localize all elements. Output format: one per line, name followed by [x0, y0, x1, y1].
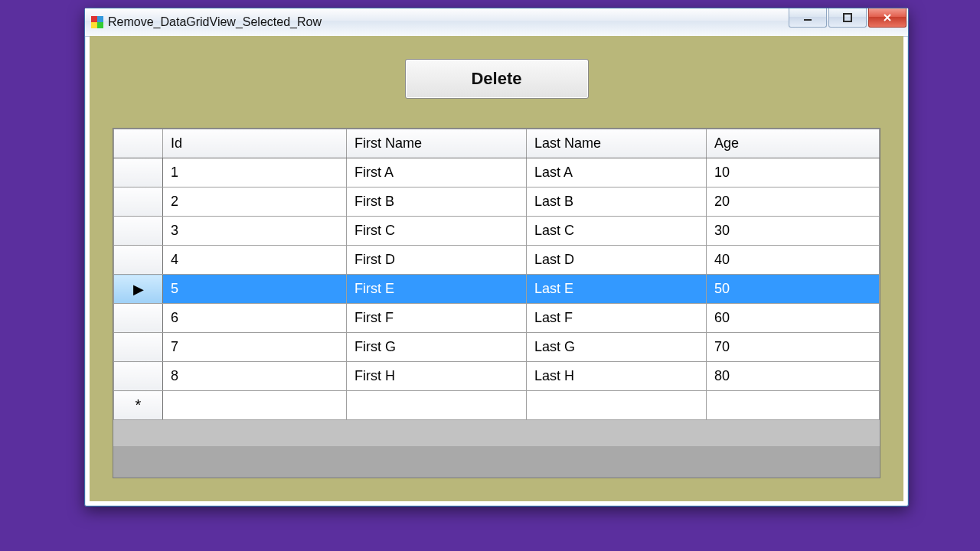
cell-age[interactable]: 50 [707, 275, 880, 304]
new-row-star-icon: * [136, 396, 142, 413]
row-pointer-icon: ▶ [133, 281, 144, 298]
cell-id[interactable]: 2 [163, 187, 347, 217]
cell-first[interactable]: First B [347, 187, 527, 217]
new-row-cell[interactable] [163, 391, 347, 420]
cell-id[interactable]: 3 [163, 217, 347, 246]
cell-first[interactable]: First H [347, 362, 527, 391]
cell-age[interactable]: 20 [707, 187, 880, 217]
table-row[interactable]: ▶6First FLast F60 [114, 304, 880, 333]
new-row-header[interactable]: * [114, 391, 163, 420]
column-header-id[interactable]: Id [163, 129, 347, 158]
cell-age[interactable]: 10 [707, 158, 880, 187]
minimize-button[interactable] [789, 8, 827, 28]
cell-last[interactable]: Last H [527, 362, 707, 391]
table-row[interactable]: ▶8First HLast H80 [114, 362, 880, 391]
cell-id[interactable]: 7 [163, 333, 347, 362]
client-area: Delete Id First Name Last Name Age [90, 36, 903, 501]
cell-first[interactable]: First C [347, 217, 527, 246]
window-frame: Remove_DataGridView_Selected_Row Delete [84, 8, 909, 507]
column-header-lastname[interactable]: Last Name [527, 129, 707, 158]
new-row[interactable]: * [114, 391, 880, 420]
window-controls [789, 8, 906, 28]
cell-age[interactable]: 80 [707, 362, 880, 391]
maximize-button[interactable] [828, 8, 867, 28]
table-row[interactable]: ▶5First ELast E50 [114, 275, 880, 304]
cell-first[interactable]: First A [347, 158, 527, 187]
row-header[interactable]: ▶ [114, 187, 163, 217]
cell-first[interactable]: First G [347, 333, 527, 362]
cell-first[interactable]: First E [347, 275, 527, 304]
datagridview[interactable]: Id First Name Last Name Age ▶1First ALas… [113, 128, 880, 478]
cell-id[interactable]: 8 [163, 362, 347, 391]
cell-last[interactable]: Last E [527, 275, 707, 304]
grid-empty-area [113, 420, 880, 446]
row-header[interactable]: ▶ [114, 362, 163, 391]
new-row-cell[interactable] [707, 391, 880, 420]
column-header-row: Id First Name Last Name Age [114, 129, 880, 158]
new-row-cell[interactable] [527, 391, 707, 420]
row-header-corner[interactable] [114, 129, 163, 158]
row-header[interactable]: ▶ [114, 158, 163, 187]
grid-table: Id First Name Last Name Age ▶1First ALas… [113, 129, 880, 420]
close-button[interactable] [868, 8, 906, 28]
row-header[interactable]: ▶ [114, 333, 163, 362]
cell-id[interactable]: 5 [163, 275, 347, 304]
cell-last[interactable]: Last G [527, 333, 707, 362]
window-title: Remove_DataGridView_Selected_Row [108, 15, 322, 29]
column-header-firstname[interactable]: First Name [347, 129, 527, 158]
cell-last[interactable]: Last D [527, 246, 707, 275]
row-header[interactable]: ▶ [114, 217, 163, 246]
cell-id[interactable]: 6 [163, 304, 347, 333]
titlebar[interactable]: Remove_DataGridView_Selected_Row [85, 8, 908, 37]
row-header[interactable]: ▶ [114, 304, 163, 333]
cell-last[interactable]: Last F [527, 304, 707, 333]
cell-age[interactable]: 70 [707, 333, 880, 362]
cell-id[interactable]: 1 [163, 158, 347, 187]
table-row[interactable]: ▶4First DLast D40 [114, 246, 880, 275]
cell-id[interactable]: 4 [163, 246, 347, 275]
app-icon [91, 16, 103, 28]
cell-last[interactable]: Last A [527, 158, 707, 187]
cell-first[interactable]: First D [347, 246, 527, 275]
row-header[interactable]: ▶ [114, 275, 163, 304]
table-row[interactable]: ▶3First CLast C30 [114, 217, 880, 246]
cell-age[interactable]: 60 [707, 304, 880, 333]
cell-age[interactable]: 30 [707, 217, 880, 246]
table-row[interactable]: ▶1First ALast A10 [114, 158, 880, 187]
cell-first[interactable]: First F [347, 304, 527, 333]
column-header-age[interactable]: Age [707, 129, 880, 158]
row-header[interactable]: ▶ [114, 246, 163, 275]
new-row-cell[interactable] [347, 391, 527, 420]
delete-button[interactable]: Delete [405, 59, 589, 99]
svg-rect-0 [804, 19, 812, 21]
cell-age[interactable]: 40 [707, 246, 880, 275]
table-row[interactable]: ▶2First BLast B20 [114, 187, 880, 217]
cell-last[interactable]: Last B [527, 187, 707, 217]
cell-last[interactable]: Last C [527, 217, 707, 246]
table-row[interactable]: ▶7First GLast G70 [114, 333, 880, 362]
svg-rect-1 [844, 14, 851, 21]
